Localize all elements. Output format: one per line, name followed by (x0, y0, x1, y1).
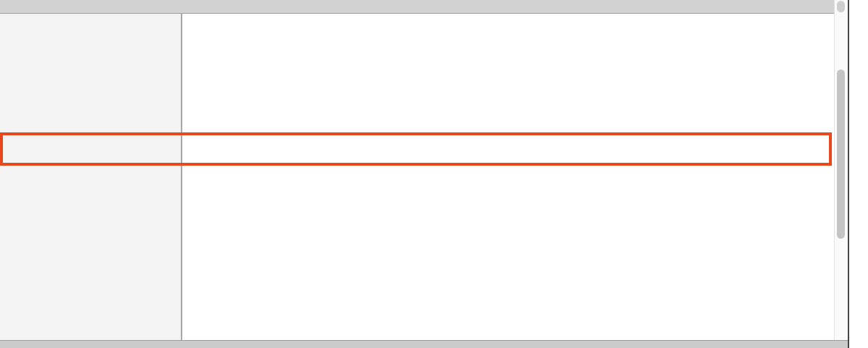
vertical-scrollbar-top-thumb[interactable] (837, 1, 845, 12)
horizontal-scrollbar[interactable] (0, 340, 848, 348)
process-header[interactable] (0, 0, 834, 14)
right-sidebar (849, 0, 868, 348)
process-title[interactable] (6, 0, 10, 13)
vertical-scrollbar-thumb[interactable] (837, 69, 845, 239)
trace-viewer (0, 0, 868, 348)
track-label-panel (0, 13, 181, 340)
panel-divider[interactable] (181, 13, 182, 340)
